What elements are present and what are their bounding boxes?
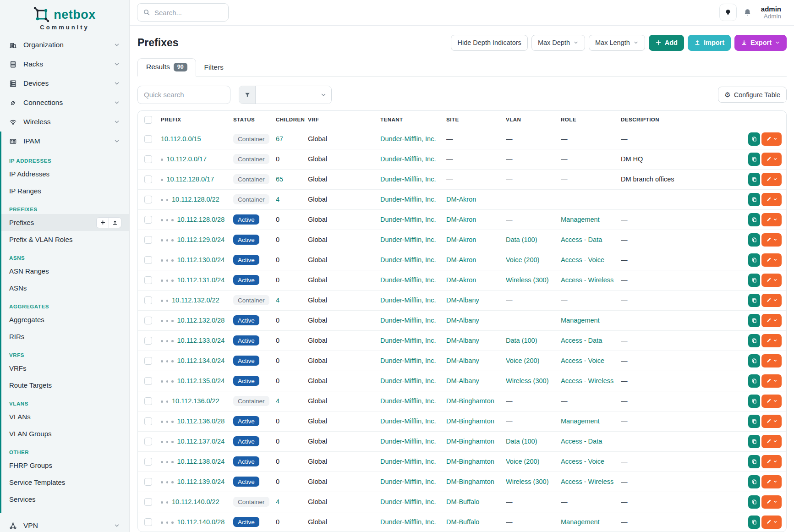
prefix-link[interactable]: 10.112.136.0/22 [172,397,219,405]
prefix-link[interactable]: 10.112.128.0/28 [177,216,225,223]
row-checkbox[interactable] [144,296,152,304]
site-link[interactable]: DM-Akron [446,196,476,203]
site-link[interactable]: DM-Binghamton [446,478,494,485]
edit-button[interactable] [761,475,782,488]
site-link[interactable]: DM-Akron [446,236,476,243]
configure-table-button[interactable]: ⚙ Configure Table [718,87,787,103]
sidebar-item-fhrp-groups[interactable]: FHRP Groups [1,457,129,474]
max-length-dropdown[interactable]: Max Length [589,35,645,51]
global-search[interactable] [137,3,229,22]
role-link[interactable]: Management [561,216,600,223]
site-link[interactable]: DM-Albany [446,377,479,384]
prefix-link[interactable]: 10.112.128.0/22 [172,196,219,203]
tenant-link[interactable]: Dunder-Mifflin, Inc. [380,478,436,485]
row-checkbox[interactable] [144,357,152,365]
site-link[interactable]: DM-Akron [446,216,476,223]
role-link[interactable]: Access - Data [561,337,602,344]
prefix-link[interactable]: 10.112.133.0/24 [177,337,225,344]
clone-button[interactable] [748,274,760,287]
tenant-link[interactable]: Dunder-Mifflin, Inc. [380,135,436,143]
prefix-link[interactable]: 10.112.128.0/17 [167,176,214,183]
prefix-link[interactable]: 10.112.131.0/24 [177,276,225,284]
row-checkbox[interactable] [144,498,152,506]
clone-button[interactable] [748,213,760,226]
export-button[interactable]: Export [734,35,787,51]
children-link[interactable]: 67 [276,135,283,143]
filter-funnel-button[interactable] [239,86,256,104]
clone-button[interactable] [748,153,760,166]
tenant-link[interactable]: Dunder-Mifflin, Inc. [380,256,436,263]
tenant-link[interactable]: Dunder-Mifflin, Inc. [380,377,436,384]
tenant-link[interactable]: Dunder-Mifflin, Inc. [380,196,436,203]
max-depth-dropdown[interactable]: Max Depth [531,35,585,51]
edit-button[interactable] [761,334,782,347]
role-link[interactable]: Access - Voice [561,458,604,465]
tenant-link[interactable]: Dunder-Mifflin, Inc. [380,236,436,243]
row-checkbox[interactable] [144,176,152,183]
vlan-link[interactable]: Data (100) [506,337,537,344]
row-checkbox[interactable] [144,216,152,224]
children-link[interactable]: 65 [276,176,283,183]
row-checkbox[interactable] [144,256,152,264]
role-link[interactable]: Management [561,417,600,425]
select-all-checkbox[interactable] [144,116,152,124]
children-link[interactable]: 4 [276,498,279,505]
children-link[interactable]: 4 [276,196,279,203]
edit-button[interactable] [761,495,782,509]
edit-button[interactable] [761,253,782,267]
edit-button[interactable] [761,516,782,529]
children-link[interactable]: 4 [276,397,279,405]
column-header-role[interactable]: ROLE [561,117,621,122]
sidebar-item-racks[interactable]: Racks [0,55,129,74]
sidebar-item-aggregates[interactable]: Aggregates [1,311,129,328]
site-link[interactable]: DM-Albany [446,296,479,304]
row-checkbox[interactable] [144,478,152,486]
clone-button[interactable] [748,294,760,307]
edit-button[interactable] [761,354,782,367]
role-link[interactable]: Access - Wireless [561,377,613,384]
prefix-link[interactable]: 10.112.139.0/24 [177,478,225,485]
clone-button[interactable] [748,435,760,448]
site-link[interactable]: DM-Albany [446,337,479,344]
tenant-link[interactable]: Dunder-Mifflin, Inc. [380,155,436,163]
prefix-link[interactable]: 10.112.0.0/15 [161,135,201,143]
role-link[interactable]: Access - Voice [561,256,604,263]
sidebar-item-vlan-groups[interactable]: VLAN Groups [1,425,129,442]
row-checkbox[interactable] [144,397,152,405]
hide-depth-indicators-button[interactable]: Hide Depth Indicators [451,35,527,51]
notifications-bell-icon[interactable] [743,8,752,17]
prefix-link[interactable]: 10.112.135.0/24 [177,377,225,384]
clone-button[interactable] [748,173,760,186]
sidebar-item-connections[interactable]: Connections [0,93,129,112]
tenant-link[interactable]: Dunder-Mifflin, Inc. [380,317,436,324]
tenant-link[interactable]: Dunder-Mifflin, Inc. [380,357,436,364]
sidebar-item-organization[interactable]: Organization [0,35,129,55]
column-header-vlan[interactable]: VLAN [506,117,561,122]
clone-button[interactable] [748,253,760,267]
prefix-link[interactable]: 10.112.132.0/22 [172,296,219,304]
edit-button[interactable] [761,274,782,287]
tenant-link[interactable]: Dunder-Mifflin, Inc. [380,337,436,344]
site-link[interactable]: DM-Binghamton [446,397,494,405]
clone-button[interactable] [748,495,760,509]
row-checkbox[interactable] [144,236,152,244]
clone-button[interactable] [748,193,760,206]
row-checkbox[interactable] [144,377,152,385]
column-header-description[interactable]: DESCRIPTION [621,117,739,122]
column-header-status[interactable]: STATUS [233,117,276,122]
tab-filters[interactable]: Filters [196,59,232,76]
tab-results[interactable]: Results 90 [137,58,196,77]
clone-button[interactable] [748,395,760,408]
column-header-vrf[interactable]: VRF [308,117,380,122]
sidebar-item-vpn[interactable]: VPN [0,516,129,532]
row-checkbox[interactable] [144,135,152,143]
sidebar-item-asn-ranges[interactable]: ASN Ranges [1,263,129,280]
clone-button[interactable] [748,374,760,388]
sidebar-item-asns[interactable]: ASNs [1,280,129,296]
row-checkbox[interactable] [144,196,152,203]
clone-button[interactable] [748,455,760,468]
edit-button[interactable] [761,455,782,468]
sidebar-item-vrfs[interactable]: VRFs [1,360,129,377]
vlan-link[interactable]: Voice (200) [506,256,539,263]
vlan-link[interactable]: Wireless (300) [506,276,548,284]
